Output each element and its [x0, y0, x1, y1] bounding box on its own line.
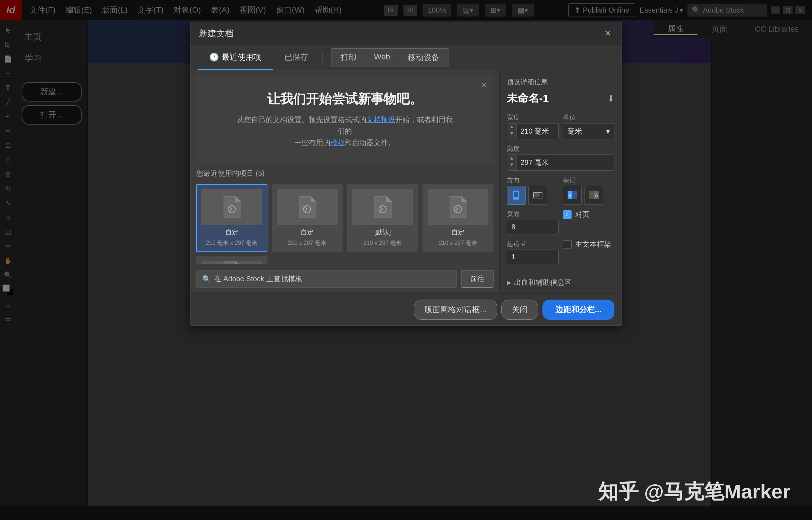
height-down-button[interactable]: ▼ — [507, 161, 516, 168]
svg-rect-12 — [589, 191, 594, 199]
tab-separator — [322, 52, 323, 63]
pages-label: 页面 — [507, 210, 559, 218]
unit-value: 毫米 — [568, 126, 582, 136]
recent-item-0[interactable]: 自定 210 毫米 x 297 毫米 — [196, 184, 267, 252]
document-icon-0 — [222, 196, 241, 218]
bleed-label: 出血和辅助信息区 — [514, 278, 572, 287]
pages-input[interactable]: 8 — [507, 220, 559, 234]
facing-pages-label: 对页 — [575, 210, 590, 219]
unit-select[interactable]: 毫米 ▾ — [563, 123, 615, 139]
width-value[interactable]: 210 毫米 — [517, 124, 558, 139]
height-value[interactable]: 297 毫米 — [517, 155, 614, 170]
template-search-input[interactable]: 🔍 在 Adobe Stock 上查找模板 — [196, 270, 457, 288]
width-label: 宽度 — [507, 113, 559, 122]
dialog-tabs: 🕐 最近使用项 已保存 打印 Web 移动设备 — [190, 45, 622, 70]
welcome-close-button[interactable]: ✕ — [479, 80, 489, 90]
height-row: 高度 ▲ ▼ 297 毫米 — [507, 144, 614, 171]
recent-section: 您最近使用的项目 (5) — [190, 169, 499, 264]
dialog-footer: 版面网格对话框... 关闭 边距和分栏... — [190, 293, 622, 326]
preset-name: 未命名-1 — [507, 91, 549, 106]
recent-item-name-3: 自定 — [451, 228, 464, 237]
primary-frame-label: 主文本框架 — [575, 239, 611, 249]
primary-frame-checkbox-row: 主文本框架 — [563, 239, 615, 249]
width-spinner-arrows: ▲ ▼ — [507, 124, 517, 139]
tab-saved[interactable]: 已保存 — [273, 45, 320, 70]
recent-item-thumb-0 — [201, 189, 262, 225]
pages-field-group: 页面 8 — [507, 210, 559, 234]
portrait-button[interactable] — [507, 186, 525, 205]
height-field-group: 高度 ▲ ▼ 297 毫米 — [507, 144, 614, 171]
recent-item-thumb-2 — [352, 189, 413, 225]
height-label: 高度 — [507, 144, 614, 153]
margins-columns-button[interactable]: 边距和分栏... — [542, 300, 614, 320]
facing-pages-checkbox-row: ✓ 对页 — [563, 210, 615, 219]
tab-print[interactable]: 打印 — [332, 49, 365, 67]
recent-item-name-1: 自定 — [301, 228, 313, 237]
dialog-body: ✕ 让我们开始尝试新事物吧。 从您自己的文档设置、预先设置格式式的文档预设开始，… — [190, 70, 622, 293]
recent-count-num: (5) — [256, 169, 265, 177]
portrait-icon — [513, 190, 520, 200]
recent-item-size-3: 210 x 297 毫米 — [439, 239, 477, 247]
tab-recent-label: 最近使用项 — [222, 52, 261, 63]
height-spinner-arrows: ▲ ▼ — [507, 155, 517, 170]
recent-item-partial-0[interactable] — [196, 256, 267, 264]
binding-label: 装订 — [563, 176, 615, 184]
orientation-group: 方向 — [507, 176, 559, 205]
width-up-button[interactable]: ▲ — [507, 124, 516, 130]
width-down-button[interactable]: ▼ — [507, 130, 516, 136]
binding-right-button[interactable]: A — [585, 186, 603, 205]
recent-item-thumb-1 — [277, 189, 338, 225]
bleed-toggle[interactable]: ▶ 出血和辅助信息区 — [507, 278, 614, 287]
welcome-desc-1: 从您自己的文档设置、预先设置格式式的 — [237, 116, 366, 124]
document-icon-2 — [373, 196, 392, 218]
tab-group-document-type: 打印 Web 移动设备 — [331, 48, 448, 67]
svg-rect-8 — [534, 193, 540, 197]
recent-item-1[interactable]: 自定 210 x 297 毫米 — [272, 184, 343, 252]
welcome-link-presets[interactable]: 文档预设 — [366, 116, 395, 124]
preset-section-title: 预设详细信息 — [507, 77, 614, 87]
dialog-overlay: 新建文档 ✕ 🕐 最近使用项 已保存 打印 Web 移动设备 — [0, 0, 812, 520]
partial-thumb — [201, 261, 262, 264]
recent-item-size-0: 210 毫米 x 297 毫米 — [206, 239, 257, 247]
svg-rect-6 — [514, 192, 518, 197]
layout-grid-button[interactable]: 版面网格对话框... — [414, 300, 497, 320]
template-search-go-button[interactable]: 前往 — [461, 270, 493, 288]
recent-header-text: 您最近使用的项目 — [196, 169, 254, 177]
recent-item-thumb-3 — [428, 189, 489, 225]
welcome-panel: ✕ 让我们开始尝试新事物吧。 从您自己的文档设置、预先设置格式式的文档预设开始，… — [196, 76, 493, 163]
binding-left-button[interactable]: A — [563, 186, 582, 205]
landscape-button[interactable] — [528, 186, 547, 205]
preset-download-button[interactable]: ⬇ — [607, 94, 614, 104]
recent-item-3[interactable]: 自定 210 x 297 毫米 — [423, 184, 494, 252]
welcome-desc-4: 和启动器文件。 — [345, 139, 395, 147]
start-input[interactable]: 1 — [507, 250, 559, 264]
preset-name-row: 未命名-1 ⬇ — [507, 91, 614, 106]
width-unit-row: 宽度 ▲ ▼ 210 毫米 单位 毫米 ▾ — [507, 113, 614, 139]
start-field-group: 起点 # 1 — [507, 239, 559, 264]
welcome-description: 从您自己的文档设置、预先设置格式式的文档预设开始，或者利用我们的 一些有用的模板… — [237, 114, 453, 148]
tab-recent[interactable]: 🕐 最近使用项 — [198, 45, 273, 70]
recent-item-name-2: [默认] — [374, 228, 391, 237]
binding-group: 装订 A — [563, 176, 615, 205]
bleed-section: ▶ 出血和辅助信息区 — [507, 273, 614, 287]
height-up-button[interactable]: ▲ — [507, 155, 516, 161]
template-search: 🔍 在 Adobe Stock 上查找模板 前往 — [190, 264, 499, 293]
document-icon-3 — [448, 196, 467, 218]
welcome-title: 让我们开始尝试新事物吧。 — [267, 90, 423, 108]
recent-grid-row1: 自定 210 毫米 x 297 毫米 — [196, 184, 493, 252]
recent-header: 您最近使用的项目 (5) — [196, 169, 493, 178]
welcome-link-templates[interactable]: 模板 — [330, 139, 345, 147]
svg-text:A: A — [568, 193, 571, 198]
dialog-close-button[interactable]: ✕ — [603, 28, 613, 39]
recent-item-2[interactable]: [默认] 210 x 297 毫米 — [347, 184, 418, 252]
close-dialog-button[interactable]: 关闭 — [501, 300, 538, 320]
unit-chevron-icon: ▾ — [606, 127, 610, 136]
orientation-label: 方向 — [507, 176, 559, 184]
tab-web[interactable]: Web — [365, 49, 399, 67]
dialog-left-panel: ✕ 让我们开始尝试新事物吧。 从您自己的文档设置、预先设置格式式的文档预设开始，… — [190, 70, 499, 293]
facing-pages-checkbox[interactable]: ✓ — [563, 210, 572, 219]
new-document-dialog: 新建文档 ✕ 🕐 最近使用项 已保存 打印 Web 移动设备 — [190, 22, 622, 326]
orientation-binding-row: 方向 — [507, 176, 614, 205]
primary-frame-checkbox[interactable] — [563, 240, 572, 249]
tab-mobile[interactable]: 移动设备 — [399, 49, 448, 67]
